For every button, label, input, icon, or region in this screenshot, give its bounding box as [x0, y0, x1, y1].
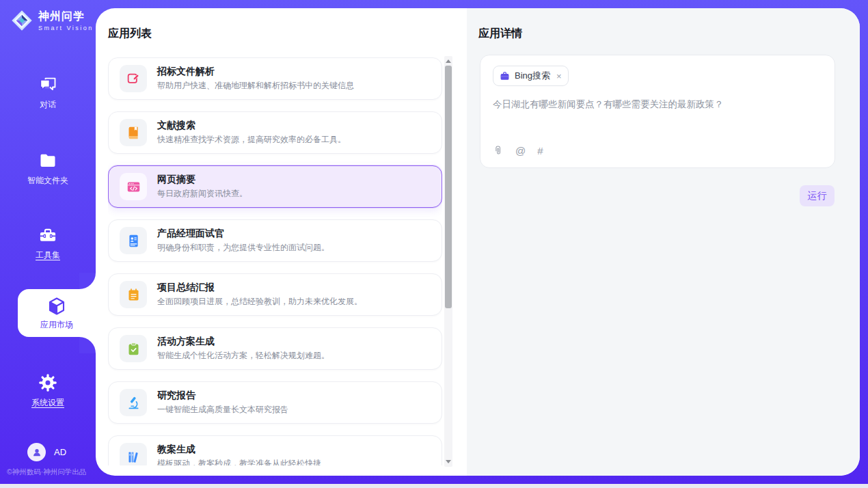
attachment-toolbar: @ # — [493, 145, 543, 157]
tab-fillet-top — [79, 273, 96, 289]
scroll-up-arrow[interactable] — [446, 59, 451, 63]
tool-tag-label: Bing搜索 — [515, 70, 550, 82]
app-card-desc: 全面回顾项目进展，总结经验教训，助力未来优化发展。 — [157, 296, 362, 308]
sidebar-item-label: 智能文件夹 — [27, 175, 68, 187]
hash-icon[interactable]: # — [537, 145, 543, 157]
avatar — [27, 443, 46, 461]
app-card-tender-analysis[interactable]: 招标文件解析 帮助用户快速、准确地理解和解析招标书中的关键信息 — [108, 57, 442, 100]
app-detail-title: 应用详情 — [478, 27, 522, 41]
app-card-desc: 明确身份和职责，为您提供专业性的面试问题。 — [157, 242, 329, 254]
microscope-icon — [120, 389, 147, 416]
tool-tag-bing-search[interactable]: Bing搜索 × — [493, 66, 569, 86]
chat-icon — [38, 75, 57, 94]
app-list-scrollbar[interactable] — [444, 56, 452, 467]
app-card-desc: 帮助用户快速、准确地理解和解析招标书中的关键信息 — [157, 80, 354, 92]
at-mention-icon[interactable]: @ — [515, 145, 526, 157]
main-content: 应用列表 招标文件解析 帮助用户快速、准确地理解和解析招标书中的关键信息 — [96, 8, 860, 476]
app-card-desc: 一键智能生成高质量长文本研究报告 — [157, 404, 288, 416]
prompt-input[interactable]: Bing搜索 × 今日湖北有哪些新闻要点？有哪些需要关注的最新政策？ @ # — [480, 55, 835, 168]
app-card-name: 产品经理面试官 — [157, 228, 329, 240]
brand-name: 神州问学 — [38, 10, 94, 24]
app-card-name: 教案生成 — [157, 444, 321, 456]
sidebar-item-chat[interactable]: 对话 — [0, 75, 96, 111]
sidebar: 神州问学 Smart Vision 对话 智能文件夹 — [0, 0, 96, 484]
sidebar-item-label: 对话 — [40, 99, 56, 111]
app-detail-panel: 应用详情 Bing搜索 × 今日湖北有哪些新闻要点？有哪些需要关注的最新政策？ — [467, 8, 860, 476]
document-edit-icon — [120, 65, 147, 92]
app-card-desc: 模板驱动，教案秒成，教学准备从此轻松快捷 — [157, 458, 321, 465]
user-initials: AD — [54, 447, 66, 457]
app-card-name: 文献搜索 — [157, 120, 346, 132]
app-card-name: 网页摘要 — [157, 174, 247, 186]
app-card-desc: 快速精准查找学术资源，提高研究效率的必备工具。 — [157, 134, 346, 146]
app-card-event-plan[interactable]: 活动方案生成 智能生成个性化活动方案，轻松解决规划难题。 — [108, 327, 442, 370]
sidebar-item-toolset[interactable]: 工具集 — [0, 226, 96, 261]
books-icon — [120, 443, 147, 465]
browser-code-icon — [120, 173, 147, 200]
scroll-down-arrow[interactable] — [446, 460, 451, 463]
app-card-lesson-plan[interactable]: 教案生成 模板驱动，教案秒成，教学准备从此轻松快捷 — [108, 435, 442, 465]
sidebar-item-label: 应用市场 — [40, 319, 73, 331]
app-card-project-summary[interactable]: 项目总结汇报 全面回顾项目进展，总结经验教训，助力未来优化发展。 — [108, 273, 442, 316]
app-card-name: 招标文件解析 — [157, 66, 354, 78]
resume-icon — [120, 227, 147, 254]
user-account[interactable]: AD — [27, 443, 66, 461]
app-list: 招标文件解析 帮助用户快速、准确地理解和解析招标书中的关键信息 文献搜索 快速精… — [108, 57, 442, 465]
app-card-pm-interviewer[interactable]: 产品经理面试官 明确身份和职责，为您提供专业性的面试问题。 — [108, 219, 442, 262]
sidebar-item-label: 工具集 — [36, 249, 60, 261]
gear-icon — [38, 373, 57, 392]
app-card-research-report[interactable]: 研究报告 一键智能生成高质量长文本研究报告 — [108, 381, 442, 424]
app-card-name: 项目总结汇报 — [157, 282, 362, 294]
notepad-icon — [120, 281, 147, 308]
app-list-title: 应用列表 — [108, 27, 152, 41]
sidebar-item-smart-folder[interactable]: 智能文件夹 — [0, 151, 96, 187]
tab-fillet-bottom — [79, 337, 96, 353]
folder-icon — [38, 151, 57, 170]
app-card-name: 活动方案生成 — [157, 336, 329, 348]
diamond-logo-icon — [11, 10, 33, 31]
toolbox-icon — [38, 226, 57, 245]
cube-icon — [46, 296, 67, 316]
brand-subtitle: Smart Vision — [38, 25, 94, 31]
app-card-name: 研究报告 — [157, 390, 288, 402]
sidebar-item-label: 系统设置 — [31, 397, 64, 409]
briefcase-icon — [500, 71, 510, 81]
app-card-desc: 智能生成个性化活动方案，轻松解决规划难题。 — [157, 350, 329, 362]
brand-logo: 神州问学 Smart Vision — [11, 10, 94, 31]
clipboard-check-icon — [120, 335, 147, 362]
scrollbar-thumb[interactable] — [445, 66, 452, 308]
sidebar-item-settings[interactable]: 系统设置 — [0, 373, 96, 409]
app-card-literature-search[interactable]: 文献搜索 快速精准查找学术资源，提高研究效率的必备工具。 — [108, 111, 442, 154]
run-button[interactable]: 运行 — [800, 185, 835, 206]
app-card-desc: 每日政府新闻资讯快查。 — [157, 188, 247, 200]
copyright-text: ©神州数码·神州问学出品 — [7, 467, 86, 477]
app-card-web-summary[interactable]: 网页摘要 每日政府新闻资讯快查。 — [108, 165, 442, 208]
sidebar-item-app-market[interactable]: 应用市场 — [18, 289, 96, 337]
book-icon — [120, 119, 147, 146]
query-text[interactable]: 今日湖北有哪些新闻要点？有哪些需要关注的最新政策？ — [493, 98, 821, 111]
close-icon[interactable]: × — [556, 72, 562, 81]
paperclip-icon[interactable] — [493, 146, 504, 157]
